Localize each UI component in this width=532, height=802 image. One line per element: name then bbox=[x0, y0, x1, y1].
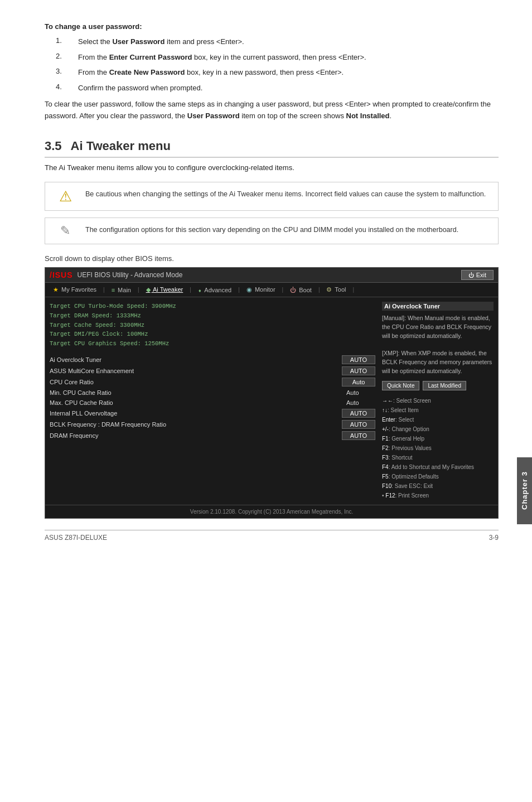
setting-label: BCLK Frequency : DRAM Frequency Ratio bbox=[50, 421, 342, 428]
nav-main[interactable]: ≡ Main bbox=[108, 286, 134, 294]
list-item: 4. Confirm the password when prompted. bbox=[56, 83, 499, 94]
setting-row[interactable]: DRAM Frequency AUTO bbox=[50, 430, 375, 441]
warning-text: Be cautious when changing the settings o… bbox=[85, 189, 486, 200]
section-title: Ai Tweaker menu bbox=[71, 139, 171, 153]
list-content: From the Create New Password box, key in… bbox=[78, 67, 344, 78]
monitor-icon: ◉ bbox=[246, 286, 252, 293]
setting-value: Auto bbox=[342, 399, 375, 407]
section-desc: The Ai Tweaker menu items allow you to c… bbox=[45, 162, 499, 173]
exit-label: Exit bbox=[476, 272, 486, 278]
bios-help-text: [Manual]: When Manual mode is enabled, t… bbox=[382, 314, 494, 375]
bios-left-panel: Target CPU Turbo-Mode Speed: 3900MHz Tar… bbox=[50, 302, 375, 500]
footer-page: 3-9 bbox=[489, 534, 499, 542]
setting-row[interactable]: Max. CPU Cache Ratio Auto bbox=[50, 398, 375, 408]
page-footer: ASUS Z87I-DELUXE 3-9 bbox=[45, 530, 499, 542]
bios-right-panel: Ai Overclock Tuner [Manual]: When Manual… bbox=[382, 302, 494, 500]
bios-info-lines: Target CPU Turbo-Mode Speed: 3900MHz Tar… bbox=[50, 302, 375, 349]
section-heading: 3.5 Ai Tweaker menu bbox=[45, 139, 499, 158]
nav-boot[interactable]: ⏻ Boot bbox=[287, 286, 315, 294]
list-icon: ≡ bbox=[112, 287, 115, 293]
quick-note-button[interactable]: Quick Note bbox=[382, 381, 419, 390]
last-modified-button[interactable]: Last Modified bbox=[423, 381, 466, 390]
setting-value: AUTO bbox=[342, 355, 375, 364]
setting-label: Ai Overclock Tuner bbox=[50, 356, 342, 363]
setting-value: AUTO bbox=[342, 431, 375, 440]
list-num: 4. bbox=[56, 83, 78, 94]
setting-row[interactable]: Ai Overclock Tuner AUTO bbox=[50, 354, 375, 365]
shortcut-item: F1: General Help bbox=[382, 434, 494, 443]
nav-favorites[interactable]: ★ My Favorites bbox=[50, 285, 100, 294]
setting-value: AUTO bbox=[342, 366, 375, 375]
setting-row[interactable]: CPU Core Ratio Auto bbox=[50, 376, 375, 388]
setting-row[interactable]: BCLK Frequency : DRAM Frequency Ratio AU… bbox=[50, 419, 375, 430]
chapter-label: Chapter 3 bbox=[520, 472, 529, 510]
info-line: Target Cache Speed: 3300MHz bbox=[50, 321, 375, 330]
chapter-tab: Chapter 3 bbox=[517, 457, 532, 524]
shortcut-item: Enter: Select bbox=[382, 415, 494, 424]
clear-password-text: To clear the user password, follow the s… bbox=[45, 99, 499, 122]
list-item: 1. Select the User Password item and pre… bbox=[56, 36, 499, 47]
info-line: Target DRAM Speed: 1333MHz bbox=[50, 311, 375, 321]
list-content: From the Enter Current Password box, key… bbox=[78, 52, 366, 63]
bios-screen: /ISUS UEFI BIOS Utility - Advanced Mode … bbox=[45, 267, 499, 519]
setting-value: AUTO bbox=[342, 409, 375, 418]
shortcut-item: ↑↓: Select Item bbox=[382, 405, 494, 415]
tweaker-icon: ◆ bbox=[146, 286, 151, 293]
page-container: To change a user password: 1. Select the… bbox=[0, 0, 532, 564]
info-line: Target CPU Turbo-Mode Speed: 3900MHz bbox=[50, 302, 375, 311]
info-line: Target CPU Graphics Speed: 1250MHz bbox=[50, 339, 375, 349]
list-item: 3. From the Create New Password box, key… bbox=[56, 67, 499, 78]
bios-buttons-row: Quick Note Last Modified bbox=[382, 381, 494, 390]
bios-title-text: UEFI BIOS Utility - Advanced Mode bbox=[78, 271, 183, 279]
shortcut-item: F4: Add to Shortcut and My Favorites bbox=[382, 462, 494, 472]
list-content: Confirm the password when prompted. bbox=[78, 83, 202, 94]
list-num: 3. bbox=[56, 67, 78, 78]
boot-icon: ⏻ bbox=[290, 287, 296, 293]
warning-box: ⚠ Be cautious when changing the settings… bbox=[45, 182, 499, 211]
note-icon: ✎ bbox=[54, 225, 76, 237]
list-item: 2. From the Enter Current Password box, … bbox=[56, 52, 499, 63]
shortcut-item: →←: Select Screen bbox=[382, 396, 494, 405]
bios-shortcuts: →←: Select Screen ↑↓: Select Item Enter:… bbox=[382, 396, 494, 500]
note-box: ✎ The configuration options for this sec… bbox=[45, 218, 499, 244]
setting-label: Min. CPU Cache Ratio bbox=[50, 389, 342, 396]
star-icon: ★ bbox=[53, 286, 59, 293]
note-text: The configuration options for this secti… bbox=[85, 225, 458, 235]
list-num: 2. bbox=[56, 52, 78, 63]
bios-help-title: Ai Overclock Tuner bbox=[382, 302, 494, 311]
bios-exit-button[interactable]: ⏻ Exit bbox=[461, 270, 494, 280]
intro-title: To change a user password: bbox=[45, 22, 499, 31]
power-icon: ⏻ bbox=[468, 272, 474, 278]
setting-value: AUTO bbox=[342, 420, 375, 429]
bios-settings-table: Ai Overclock Tuner AUTO ASUS MultiCore E… bbox=[50, 354, 375, 441]
list-content: Select the User Password item and press … bbox=[78, 36, 244, 47]
list-num: 1. bbox=[56, 36, 78, 47]
setting-value: Auto bbox=[342, 389, 375, 397]
shortcut-item: +/-: Change Option bbox=[382, 424, 494, 434]
advanced-icon: ⬧ bbox=[198, 287, 202, 293]
nav-advanced[interactable]: ⬧ Advanced bbox=[195, 286, 235, 294]
bios-titlebar: /ISUS UEFI BIOS Utility - Advanced Mode … bbox=[45, 268, 498, 283]
shortcut-item: F3: Shortcut bbox=[382, 453, 494, 462]
setting-value: Auto bbox=[342, 378, 375, 386]
tool-icon: ⚙ bbox=[326, 286, 332, 293]
shortcut-item: • F12: Print Screen bbox=[382, 491, 494, 500]
intro-section: To change a user password: 1. Select the… bbox=[45, 22, 499, 122]
section-number: 3.5 bbox=[45, 139, 62, 153]
setting-label: ASUS MultiCore Enhancement bbox=[50, 368, 342, 374]
scroll-text: Scroll down to display other BIOS items. bbox=[45, 254, 499, 263]
nav-monitor[interactable]: ◉ Monitor bbox=[243, 285, 279, 294]
shortcut-item: F10: Save ESC: Exit bbox=[382, 481, 494, 491]
nav-ai-tweaker[interactable]: ◆ Ai Tweaker bbox=[143, 285, 187, 294]
bios-footer: Version 2.10.1208. Copyright (C) 2013 Am… bbox=[45, 505, 498, 518]
shortcut-item: F5: Optimized Defaults bbox=[382, 472, 494, 481]
setting-label: Internal PLL Overvoltage bbox=[50, 410, 342, 417]
bios-content: Target CPU Turbo-Mode Speed: 3900MHz Tar… bbox=[45, 297, 498, 505]
setting-label: DRAM Frequency bbox=[50, 432, 342, 439]
bios-logo-area: /ISUS UEFI BIOS Utility - Advanced Mode bbox=[50, 270, 182, 279]
setting-row[interactable]: Min. CPU Cache Ratio Auto bbox=[50, 388, 375, 398]
setting-row[interactable]: ASUS MultiCore Enhancement AUTO bbox=[50, 365, 375, 376]
footer-model: ASUS Z87I-DELUXE bbox=[45, 534, 107, 542]
nav-tool[interactable]: ⚙ Tool bbox=[323, 285, 349, 294]
setting-row[interactable]: Internal PLL Overvoltage AUTO bbox=[50, 408, 375, 419]
